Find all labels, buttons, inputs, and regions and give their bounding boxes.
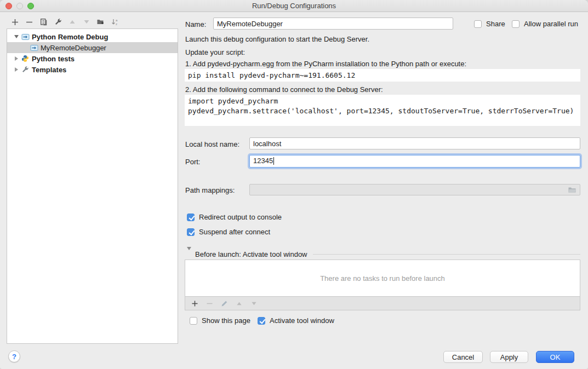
tree-item-python-remote-debug[interactable]: Python Remote Debug xyxy=(7,31,178,42)
window-title: Run/Debug Configurations xyxy=(0,2,588,10)
remote-debug-icon xyxy=(20,33,30,41)
allow-parallel-run-checkbox[interactable] xyxy=(512,20,520,28)
tree-item-label: MyRemoteDebugger xyxy=(39,44,106,52)
move-task-up-icon[interactable] xyxy=(235,299,243,308)
suspend-after-connect-checkbox[interactable] xyxy=(187,228,195,236)
share-label: Share xyxy=(486,20,505,28)
pip-install-code: pip install pydevd-pycharm~=191.6605.12 xyxy=(185,69,580,82)
tree-item-label: Templates xyxy=(30,66,66,74)
browse-folder-icon[interactable] xyxy=(568,186,576,193)
before-launch-header[interactable]: Before launch: Activate tool window xyxy=(187,250,580,258)
configurations-toolbar: az xyxy=(11,16,119,27)
activate-tool-window-checkbox[interactable] xyxy=(258,317,265,325)
name-label: Name: xyxy=(185,20,206,28)
chevron-collapsed-icon[interactable] xyxy=(13,56,20,61)
edit-defaults-wrench-icon[interactable] xyxy=(54,18,62,26)
apply-button[interactable]: Apply xyxy=(490,351,528,363)
show-this-page-option: Show this page xyxy=(190,316,250,325)
before-launch-title: Before launch: Activate tool window xyxy=(195,250,307,258)
name-input[interactable] xyxy=(213,18,453,30)
tree-item-templates[interactable]: Templates xyxy=(7,64,178,75)
description-line-2: Update your script: xyxy=(185,48,245,56)
help-button[interactable]: ? xyxy=(8,350,20,362)
svg-text:z: z xyxy=(116,22,117,26)
share-checkbox[interactable] xyxy=(474,20,482,28)
allow-parallel-run-option: Allow parallel run xyxy=(512,20,578,28)
add-task-button[interactable] xyxy=(191,299,199,308)
configurations-tree: Python Remote Debug MyRemoteDebugger Pyt… xyxy=(7,28,178,344)
tree-item-myremotedebugger[interactable]: MyRemoteDebugger xyxy=(7,42,178,53)
add-configuration-button[interactable] xyxy=(11,18,19,26)
move-down-icon[interactable] xyxy=(82,18,90,26)
chevron-expanded-icon[interactable] xyxy=(13,35,20,38)
tree-item-label: Python Remote Debug xyxy=(30,33,108,41)
run-debug-configurations-dialog: Run/Debug Configurations az xyxy=(0,0,588,369)
move-up-icon[interactable] xyxy=(68,18,76,26)
settrace-code-line-1: import pydevd_pycharm xyxy=(188,97,278,105)
settrace-code: import pydevd_pycharm pydevd_pycharm.set… xyxy=(185,95,580,126)
new-folder-icon[interactable] xyxy=(96,18,105,26)
tasks-toolbar xyxy=(185,297,580,310)
suspend-after-connect-option: Suspend after connect xyxy=(187,228,270,236)
allow-parallel-run-label: Allow parallel run xyxy=(524,20,578,28)
remote-debug-icon xyxy=(29,44,39,51)
remove-configuration-button[interactable] xyxy=(25,18,33,26)
port-label: Port: xyxy=(185,158,200,166)
path-mappings-input[interactable] xyxy=(249,184,580,195)
remove-task-button[interactable] xyxy=(205,299,214,308)
edit-task-pencil-icon[interactable] xyxy=(220,299,229,308)
share-option: Share xyxy=(474,20,505,28)
activate-tool-window-option: Activate tool window xyxy=(258,316,334,325)
local-host-name-input[interactable] xyxy=(249,137,580,149)
cancel-button[interactable]: Cancel xyxy=(443,351,483,363)
show-this-page-label: Show this page xyxy=(202,316,250,325)
redirect-output-option: Redirect output to console xyxy=(187,213,282,221)
redirect-output-checkbox[interactable] xyxy=(187,214,195,221)
section-divider xyxy=(313,254,580,255)
settrace-code-line-2: pydevd_pycharm.settrace('localhost', por… xyxy=(188,107,574,115)
wrench-icon xyxy=(20,66,30,73)
chevron-expanded-icon[interactable] xyxy=(187,250,191,258)
sort-alphabetically-icon[interactable]: az xyxy=(111,18,119,26)
port-input[interactable]: 12345 xyxy=(249,155,580,168)
local-host-name-label: Local host name: xyxy=(185,140,239,148)
svg-text:a: a xyxy=(116,19,118,22)
text-caret xyxy=(273,157,274,165)
python-icon xyxy=(20,55,30,62)
help-question-mark: ? xyxy=(12,353,16,361)
copy-configuration-icon[interactable] xyxy=(39,18,48,26)
path-mappings-label: Path mappings: xyxy=(185,186,235,194)
move-task-down-icon[interactable] xyxy=(250,299,258,308)
tree-item-label: Python tests xyxy=(30,55,75,63)
description-step-2: 2. Add the following command to connect … xyxy=(185,85,383,94)
activate-tool-window-label: Activate tool window xyxy=(270,316,334,325)
redirect-output-label: Redirect output to console xyxy=(199,213,282,221)
suspend-after-connect-label: Suspend after connect xyxy=(199,228,270,236)
ok-button[interactable]: OK xyxy=(536,351,574,363)
before-launch-tasks-list[interactable]: There are no tasks to run before launch xyxy=(185,260,580,297)
show-this-page-checkbox[interactable] xyxy=(190,317,197,325)
chevron-collapsed-icon[interactable] xyxy=(13,67,20,72)
no-tasks-message: There are no tasks to run before launch xyxy=(320,274,445,282)
title-bar[interactable]: Run/Debug Configurations xyxy=(0,0,588,12)
port-value: 12345 xyxy=(253,157,273,165)
description-line-1: Launch this debug configuration to start… xyxy=(185,35,369,43)
tree-item-python-tests[interactable]: Python tests xyxy=(7,53,178,64)
description-step-1: 1. Add pydevd-pycharm.egg from the PyCha… xyxy=(185,60,466,68)
